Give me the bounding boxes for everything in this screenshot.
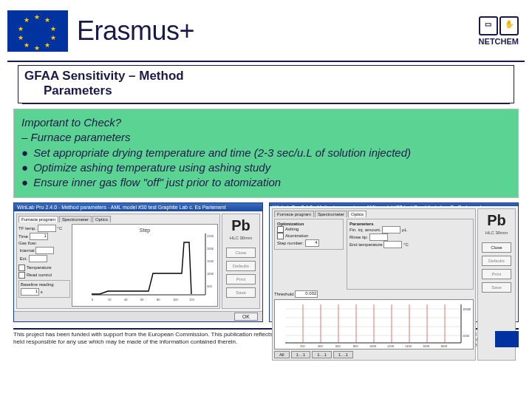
- hand-icon: ✋: [499, 16, 519, 35]
- note-line1: – Furnace parameters: [21, 130, 511, 145]
- tf-temp-input[interactable]: [38, 225, 56, 232]
- svg-text:Step: Step: [140, 228, 151, 233]
- tab-strip-2[interactable]: Furnace program Spectrometer Optics: [274, 211, 474, 217]
- tab-optics[interactable]: Optics: [92, 216, 111, 222]
- note-line3: Optimize ashing temperature using ashing…: [33, 161, 270, 174]
- netchem-logo: ▭ ✋ NETCHEM: [479, 16, 525, 46]
- svg-text:80: 80: [157, 298, 160, 301]
- eu-flag-icon: ★★ ★★ ★★ ★★ ★★: [7, 10, 68, 52]
- svg-text:2000: 2000: [207, 247, 214, 250]
- screenshot-row: WinLab Pro 2.4.0 - Method parameters - A…: [0, 202, 532, 325]
- print-button-2[interactable]: Print: [482, 269, 511, 279]
- optimization-chart: 200400600 80010001200 140016001800 20001…: [274, 299, 474, 349]
- ashing-radio[interactable]: [277, 226, 284, 233]
- range-all[interactable]: All: [274, 351, 290, 358]
- title-underline: [22, 103, 510, 104]
- monitor-icon: ▭: [479, 16, 498, 35]
- element-symbol: Pb: [231, 217, 250, 234]
- end-temp-input[interactable]: [383, 241, 402, 248]
- temp-checkbox[interactable]: [18, 265, 25, 271]
- svg-text:500: 500: [207, 284, 212, 288]
- svg-text:120: 120: [189, 298, 194, 301]
- note-line4: Ensure inner gas flow "off" just prior t…: [33, 176, 281, 188]
- tab-spectrometer[interactable]: Spectrometer: [59, 216, 92, 222]
- print-button[interactable]: Print: [226, 274, 256, 284]
- svg-text:10000: 10000: [463, 307, 471, 311]
- save-button-2[interactable]: Save: [482, 282, 511, 293]
- fin-inj-input[interactable]: [382, 226, 400, 233]
- svg-text:1600: 1600: [423, 344, 430, 348]
- svg-text:1000: 1000: [207, 272, 214, 276]
- note-intro: Important to Check?: [21, 115, 511, 130]
- svg-text:40: 40: [124, 298, 128, 301]
- optimization-window: WinLab Pro 2.4.0 - Method parameters - A…: [269, 202, 519, 322]
- defaults-button[interactable]: Defaults: [226, 261, 256, 271]
- baseline-input[interactable]: 1: [21, 288, 39, 296]
- svg-text:100: 100: [173, 298, 178, 301]
- svg-text:1400: 1400: [405, 344, 412, 348]
- tab2-optics[interactable]: Optics: [348, 211, 366, 217]
- svg-text:2500: 2500: [207, 234, 214, 238]
- ext-input[interactable]: [29, 255, 47, 262]
- tab-strip[interactable]: Furnace program Spectrometer Optics: [18, 216, 218, 222]
- threshold-input[interactable]: 0.002: [295, 290, 318, 298]
- svg-text:1500: 1500: [207, 259, 214, 263]
- step-input[interactable]: 4: [305, 239, 319, 247]
- title-line2: Parameters: [24, 83, 508, 98]
- svg-text:600: 600: [335, 344, 341, 348]
- erasmus-logo: Erasmus+: [77, 16, 194, 47]
- note-line2: Set appropriate drying temperature and t…: [33, 146, 411, 159]
- svg-text:0: 0: [92, 298, 94, 301]
- close-button-2[interactable]: Close: [482, 242, 511, 253]
- tab2-furnace[interactable]: Furnace program: [274, 211, 314, 217]
- gasflow-label: Gas flow:: [18, 241, 70, 247]
- svg-text:1200: 1200: [387, 344, 395, 348]
- slide-title: GFAA Sensitivity – Method Parameters: [18, 65, 514, 103]
- range-2[interactable]: 1…1: [312, 351, 332, 358]
- header: ★★ ★★ ★★ ★★ ★★ Erasmus+ ▭ ✋ NETCHEM: [0, 0, 532, 59]
- internal-label: Internal: [20, 248, 35, 253]
- close-button[interactable]: Close: [226, 248, 256, 258]
- range-3[interactable]: 1…1: [333, 351, 353, 358]
- ok-button[interactable]: OK: [234, 313, 258, 321]
- ext-label: Ext.: [20, 256, 27, 261]
- tab2-spectrometer[interactable]: Spectrometer: [315, 211, 347, 217]
- save-button[interactable]: Save: [226, 287, 256, 298]
- parameters-group: Parameters Fin. inj. amount. µL Rinse ti…: [347, 219, 474, 290]
- tab-furnace[interactable]: Furnace program: [18, 216, 58, 222]
- read-checkbox[interactable]: [18, 272, 25, 279]
- important-note-box: Important to Check? – Furnace parameters…: [13, 109, 519, 198]
- svg-text:20: 20: [108, 298, 112, 301]
- element-symbol-2: Pb: [487, 212, 506, 229]
- rinse-input[interactable]: [369, 233, 388, 241]
- step-label: Step number:: [277, 241, 304, 245]
- time-input[interactable]: 1: [30, 233, 48, 240]
- range-1[interactable]: 1…1: [291, 351, 311, 358]
- header-divider: [7, 61, 525, 62]
- svg-text:400: 400: [318, 344, 323, 348]
- svg-text:200: 200: [300, 344, 305, 348]
- atomization-radio[interactable]: [277, 233, 284, 239]
- baseline-label: Baseline reading: [21, 282, 54, 287]
- eu-flag-mini-icon: [495, 331, 519, 347]
- tf-temp-label: TF temp.: [18, 225, 36, 230]
- furnace-program-window: WinLab Pro 2.4.0 - Method parameters - A…: [13, 202, 263, 322]
- netchem-label: NETCHEM: [479, 37, 519, 46]
- svg-text:2000: 2000: [463, 334, 470, 338]
- svg-text:1800: 1800: [440, 344, 448, 348]
- optimization-group: Optimization Ashing Atomization Step num…: [274, 219, 344, 250]
- element-info: HLC 30mm: [230, 236, 252, 240]
- element-panel: Pb HLC 30mm Close Defaults Print Save: [222, 214, 260, 309]
- title-line1: GFAA Sensitivity – Method: [24, 69, 508, 83]
- svg-text:1000: 1000: [369, 344, 377, 348]
- furnace-controls: TF temp. °C Time 1 Gas flow: Internal Ex…: [18, 224, 70, 307]
- element-info-2: HLC 30mm: [485, 231, 508, 235]
- window1-titlebar: WinLab Pro 2.4.0 - Method parameters - A…: [14, 203, 262, 211]
- range-buttons[interactable]: All 1…1 1…1 1…1: [274, 351, 474, 358]
- svg-text:800: 800: [353, 344, 358, 348]
- defaults-button-2[interactable]: Defaults: [482, 256, 511, 266]
- internal-input[interactable]: [35, 247, 54, 254]
- furnace-step-chart: Step 02040 6080100 120 500 10001500: [72, 224, 218, 307]
- time-label: Time: [18, 233, 28, 238]
- threshold-label: Threshold: [274, 292, 294, 296]
